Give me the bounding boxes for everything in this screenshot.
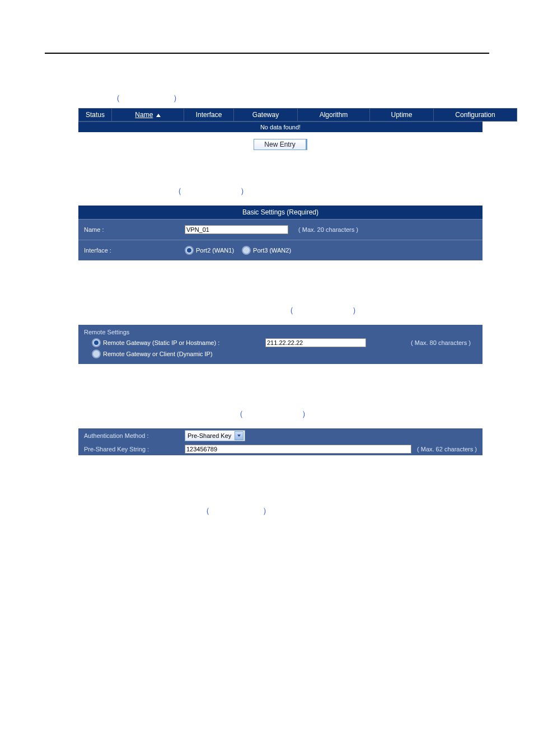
figure-caption-5: （ ） <box>45 506 489 516</box>
paren-left-5: （ <box>202 506 210 515</box>
remote-dynamic-label: Remote Gateway or Client (Dynamic IP) <box>103 351 265 357</box>
auth-method-select[interactable]: Pre-Shared Key <box>185 430 245 441</box>
col-header-status: Status <box>79 109 112 122</box>
col-header-configuration: Configuration <box>434 109 517 122</box>
interface-wan2-label: Port3 (WAN2) <box>253 247 291 254</box>
basic-settings-title: Basic Settings (Required) <box>78 206 483 219</box>
new-entry-row: New Entry <box>78 132 483 152</box>
paren-right-1: ） <box>173 93 181 102</box>
new-entry-button[interactable]: New Entry <box>254 139 307 150</box>
remote-settings-panel: Remote Settings Remote Gateway (Static I… <box>78 325 483 364</box>
remote-gateway-input[interactable] <box>265 338 366 347</box>
authentication-panel: Authentication Method : Pre-Shared Key P… <box>78 428 483 455</box>
remote-dynamic-radio[interactable] <box>92 349 101 358</box>
col-header-name-label: Name <box>135 111 153 119</box>
col-header-algorithm: Algorithm <box>298 109 370 122</box>
ipsec-list-table: Status Name Interface Gateway Algorithm … <box>78 108 517 122</box>
basic-name-hint: ( Max. 20 characters ) <box>298 226 358 233</box>
col-header-interface: Interface <box>184 109 234 122</box>
interface-wan1-label: Port2 (WAN1) <box>196 247 234 254</box>
paren-right-2: ） <box>240 186 249 195</box>
remote-static-label: Remote Gateway (Static IP or Hostname) : <box>103 339 265 346</box>
col-header-uptime: Uptime <box>370 109 434 122</box>
paren-left-1: （ <box>112 93 120 102</box>
interface-wan1-radio[interactable] <box>185 246 194 255</box>
figure-caption-1: （ ） <box>45 93 489 104</box>
basic-settings-panel: Basic Settings (Required) Name : ( Max. … <box>78 206 483 260</box>
figure-caption-3: （ ） <box>45 305 489 316</box>
basic-interface-label: Interface : <box>84 247 185 254</box>
basic-name-row: Name : ( Max. 20 characters ) <box>78 219 483 240</box>
remote-settings-heading: Remote Settings <box>84 327 477 337</box>
paren-right-3: ） <box>352 305 360 315</box>
chevron-down-icon <box>235 431 243 440</box>
auth-method-label: Authentication Method : <box>84 432 185 439</box>
figure-caption-2: （ ） <box>45 186 489 197</box>
psk-label: Pre-Shared Key String : <box>84 446 185 452</box>
figure-caption-4: （ ） <box>45 409 489 419</box>
paren-left-4: （ <box>235 409 243 418</box>
table-header-row: Status Name Interface Gateway Algorithm … <box>79 109 517 122</box>
auth-method-value: Pre-Shared Key <box>188 432 231 439</box>
basic-name-input[interactable] <box>185 225 288 234</box>
paren-right-5: ） <box>263 506 271 515</box>
paren-left-3: （ <box>285 305 294 315</box>
remote-static-row: Remote Gateway (Static IP or Hostname) :… <box>84 337 477 348</box>
no-data-row: No data found! <box>78 122 483 132</box>
psk-input[interactable] <box>185 445 411 454</box>
remote-dynamic-row: Remote Gateway or Client (Dynamic IP) <box>84 348 477 360</box>
remote-static-radio[interactable] <box>92 338 101 347</box>
col-header-gateway: Gateway <box>234 109 298 122</box>
psk-row: Pre-Shared Key String : ( Max. 62 charac… <box>78 443 483 455</box>
header-divider <box>45 53 489 54</box>
psk-hint: ( Max. 62 characters ) <box>417 446 477 452</box>
interface-wan2-radio[interactable] <box>242 246 251 255</box>
col-header-name[interactable]: Name <box>112 109 184 122</box>
sort-ascending-icon <box>156 114 161 117</box>
basic-interface-row: Interface : Port2 (WAN1) Port3 (WAN2) <box>78 240 483 260</box>
basic-name-label: Name : <box>84 226 185 233</box>
paren-right-4: ） <box>302 409 310 418</box>
auth-method-row: Authentication Method : Pre-Shared Key <box>78 428 483 443</box>
paren-left-2: （ <box>174 186 182 195</box>
remote-gateway-hint: ( Max. 80 characters ) <box>411 339 471 346</box>
